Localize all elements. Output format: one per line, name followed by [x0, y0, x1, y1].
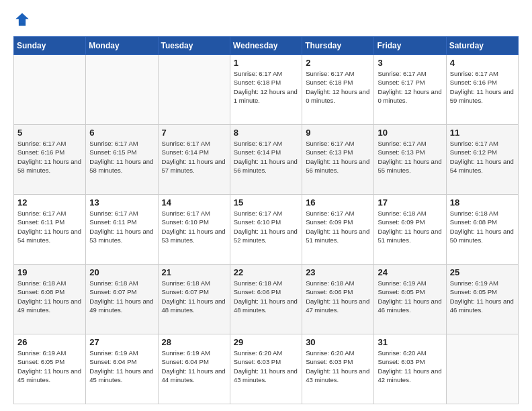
day-info: Sunrise: 6:18 AM Sunset: 6:08 PM Dayligh…	[450, 209, 515, 244]
day-number: 16	[306, 197, 370, 208]
day-info: Sunrise: 6:17 AM Sunset: 6:18 PM Dayligh…	[306, 69, 370, 105]
calendar-cell: 24Sunrise: 6:19 AM Sunset: 6:05 PM Dayli…	[374, 265, 446, 334]
logo	[13, 12, 31, 30]
calendar-cell: 17Sunrise: 6:18 AM Sunset: 6:09 PM Dayli…	[374, 195, 446, 265]
week-row-2: 5Sunrise: 6:17 AM Sunset: 6:16 PM Daylig…	[14, 125, 519, 195]
day-info: Sunrise: 6:18 AM Sunset: 6:07 PM Dayligh…	[89, 279, 154, 314]
day-info: Sunrise: 6:18 AM Sunset: 6:08 PM Dayligh…	[17, 279, 82, 314]
calendar-cell: 15Sunrise: 6:17 AM Sunset: 6:10 PM Dayli…	[230, 195, 302, 265]
day-info: Sunrise: 6:18 AM Sunset: 6:09 PM Dayligh…	[378, 209, 442, 244]
weekday-header-row: SundayMondayTuesdayWednesdayThursdayFrid…	[14, 37, 519, 55]
weekday-header-sunday: Sunday	[14, 37, 86, 55]
calendar-cell: 13Sunrise: 6:17 AM Sunset: 6:11 PM Dayli…	[86, 195, 158, 265]
calendar-cell: 25Sunrise: 6:19 AM Sunset: 6:05 PM Dayli…	[446, 265, 518, 334]
calendar-cell: 8Sunrise: 6:17 AM Sunset: 6:14 PM Daylig…	[230, 125, 302, 195]
day-number: 21	[162, 267, 226, 277]
day-info: Sunrise: 6:19 AM Sunset: 6:04 PM Dayligh…	[89, 349, 154, 384]
day-number: 5	[17, 128, 82, 138]
day-info: Sunrise: 6:19 AM Sunset: 6:04 PM Dayligh…	[162, 349, 226, 384]
day-number: 6	[89, 128, 154, 138]
day-info: Sunrise: 6:17 AM Sunset: 6:13 PM Dayligh…	[306, 139, 370, 175]
day-info: Sunrise: 6:17 AM Sunset: 6:18 PM Dayligh…	[234, 69, 298, 105]
calendar-cell: 1Sunrise: 6:17 AM Sunset: 6:18 PM Daylig…	[230, 55, 302, 125]
day-number: 12	[17, 197, 82, 208]
day-number: 31	[378, 337, 442, 347]
day-info: Sunrise: 6:20 AM Sunset: 6:03 PM Dayligh…	[234, 349, 298, 384]
calendar-cell: 26Sunrise: 6:19 AM Sunset: 6:05 PM Dayli…	[14, 334, 86, 404]
day-info: Sunrise: 6:20 AM Sunset: 6:03 PM Dayligh…	[378, 349, 442, 384]
calendar-cell	[446, 334, 518, 404]
calendar-cell: 27Sunrise: 6:19 AM Sunset: 6:04 PM Dayli…	[86, 334, 158, 404]
day-number: 10	[378, 128, 442, 138]
calendar-cell: 23Sunrise: 6:18 AM Sunset: 6:06 PM Dayli…	[302, 265, 374, 334]
calendar-cell: 30Sunrise: 6:20 AM Sunset: 6:03 PM Dayli…	[302, 334, 374, 404]
calendar-cell	[158, 55, 230, 125]
calendar-cell: 22Sunrise: 6:18 AM Sunset: 6:06 PM Dayli…	[230, 265, 302, 334]
calendar-cell: 4Sunrise: 6:17 AM Sunset: 6:16 PM Daylig…	[446, 55, 518, 125]
day-info: Sunrise: 6:17 AM Sunset: 6:13 PM Dayligh…	[378, 139, 442, 175]
calendar-cell: 20Sunrise: 6:18 AM Sunset: 6:07 PM Dayli…	[86, 265, 158, 334]
day-number: 7	[162, 128, 226, 138]
page: SundayMondayTuesdayWednesdayThursdayFrid…	[0, 0, 532, 411]
calendar-cell: 28Sunrise: 6:19 AM Sunset: 6:04 PM Dayli…	[158, 334, 230, 404]
day-number: 11	[450, 128, 515, 138]
day-info: Sunrise: 6:18 AM Sunset: 6:06 PM Dayligh…	[306, 279, 370, 314]
calendar-cell: 31Sunrise: 6:20 AM Sunset: 6:03 PM Dayli…	[374, 334, 446, 404]
day-number: 3	[378, 58, 442, 68]
calendar-cell: 14Sunrise: 6:17 AM Sunset: 6:10 PM Dayli…	[158, 195, 230, 265]
day-info: Sunrise: 6:17 AM Sunset: 6:11 PM Dayligh…	[89, 209, 154, 244]
weekday-header-tuesday: Tuesday	[158, 37, 230, 55]
calendar-cell: 29Sunrise: 6:20 AM Sunset: 6:03 PM Dayli…	[230, 334, 302, 404]
day-info: Sunrise: 6:19 AM Sunset: 6:05 PM Dayligh…	[378, 279, 442, 314]
day-number: 4	[450, 58, 515, 68]
day-number: 27	[89, 337, 154, 347]
day-info: Sunrise: 6:17 AM Sunset: 6:14 PM Dayligh…	[162, 139, 226, 175]
week-row-4: 19Sunrise: 6:18 AM Sunset: 6:08 PM Dayli…	[14, 265, 519, 334]
day-number: 2	[306, 58, 370, 68]
day-number: 28	[162, 337, 226, 347]
calendar-cell: 5Sunrise: 6:17 AM Sunset: 6:16 PM Daylig…	[14, 125, 86, 195]
calendar-cell	[14, 55, 86, 125]
day-number: 20	[89, 267, 154, 277]
header	[13, 12, 519, 30]
day-number: 26	[17, 337, 82, 347]
calendar-cell: 9Sunrise: 6:17 AM Sunset: 6:13 PM Daylig…	[302, 125, 374, 195]
day-info: Sunrise: 6:18 AM Sunset: 6:06 PM Dayligh…	[234, 279, 298, 314]
calendar-cell: 19Sunrise: 6:18 AM Sunset: 6:08 PM Dayli…	[14, 265, 86, 334]
calendar-cell: 12Sunrise: 6:17 AM Sunset: 6:11 PM Dayli…	[14, 195, 86, 265]
day-number: 13	[89, 197, 154, 208]
day-number: 1	[234, 58, 298, 68]
day-info: Sunrise: 6:17 AM Sunset: 6:10 PM Dayligh…	[234, 209, 298, 244]
day-number: 25	[450, 267, 515, 277]
calendar-cell: 11Sunrise: 6:17 AM Sunset: 6:12 PM Dayli…	[446, 125, 518, 195]
weekday-header-saturday: Saturday	[446, 37, 518, 55]
calendar-cell: 7Sunrise: 6:17 AM Sunset: 6:14 PM Daylig…	[158, 125, 230, 195]
calendar-cell: 18Sunrise: 6:18 AM Sunset: 6:08 PM Dayli…	[446, 195, 518, 265]
day-info: Sunrise: 6:17 AM Sunset: 6:16 PM Dayligh…	[17, 139, 82, 175]
day-info: Sunrise: 6:19 AM Sunset: 6:05 PM Dayligh…	[17, 349, 82, 384]
week-row-5: 26Sunrise: 6:19 AM Sunset: 6:05 PM Dayli…	[14, 334, 519, 404]
calendar-cell: 10Sunrise: 6:17 AM Sunset: 6:13 PM Dayli…	[374, 125, 446, 195]
logo-icon	[15, 12, 30, 27]
day-info: Sunrise: 6:18 AM Sunset: 6:07 PM Dayligh…	[162, 279, 226, 314]
calendar-table: SundayMondayTuesdayWednesdayThursdayFrid…	[13, 36, 519, 404]
calendar-cell: 3Sunrise: 6:17 AM Sunset: 6:17 PM Daylig…	[374, 55, 446, 125]
day-number: 24	[378, 267, 442, 277]
day-info: Sunrise: 6:17 AM Sunset: 6:12 PM Dayligh…	[450, 139, 515, 175]
week-row-1: 1Sunrise: 6:17 AM Sunset: 6:18 PM Daylig…	[14, 55, 519, 125]
calendar-cell: 21Sunrise: 6:18 AM Sunset: 6:07 PM Dayli…	[158, 265, 230, 334]
day-info: Sunrise: 6:19 AM Sunset: 6:05 PM Dayligh…	[450, 279, 515, 314]
day-info: Sunrise: 6:17 AM Sunset: 6:14 PM Dayligh…	[234, 139, 298, 175]
calendar-cell: 2Sunrise: 6:17 AM Sunset: 6:18 PM Daylig…	[302, 55, 374, 125]
week-row-3: 12Sunrise: 6:17 AM Sunset: 6:11 PM Dayli…	[14, 195, 519, 265]
day-info: Sunrise: 6:17 AM Sunset: 6:17 PM Dayligh…	[378, 69, 442, 105]
weekday-header-monday: Monday	[86, 37, 158, 55]
calendar-cell: 16Sunrise: 6:17 AM Sunset: 6:09 PM Dayli…	[302, 195, 374, 265]
day-number: 22	[234, 267, 298, 277]
day-number: 23	[306, 267, 370, 277]
day-number: 8	[234, 128, 298, 138]
day-number: 19	[17, 267, 82, 277]
day-number: 9	[306, 128, 370, 138]
day-info: Sunrise: 6:17 AM Sunset: 6:10 PM Dayligh…	[162, 209, 226, 244]
weekday-header-wednesday: Wednesday	[230, 37, 302, 55]
